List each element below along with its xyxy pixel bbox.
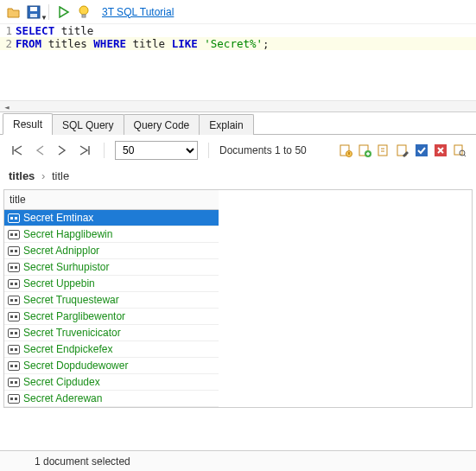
add-doc-icon[interactable] bbox=[357, 143, 372, 158]
delete-icon[interactable] bbox=[433, 143, 448, 158]
results-tabbar: ResultSQL QueryQuery CodeExplain bbox=[0, 112, 476, 135]
table-row[interactable]: Secret Emtinax bbox=[4, 210, 219, 226]
page-size-select-wrap: 50 bbox=[115, 141, 198, 160]
svg-point-3 bbox=[79, 6, 88, 15]
document-icon bbox=[8, 230, 20, 239]
table-row[interactable]: Secret Truquestewar bbox=[4, 292, 219, 309]
cell-value: Secret Truquestewar bbox=[23, 294, 119, 306]
lock-doc-icon[interactable] bbox=[338, 143, 353, 158]
cell-value: Secret Parglibewentor bbox=[23, 310, 125, 322]
table-row[interactable]: Secret Aderewan bbox=[4, 391, 219, 407]
breadcrumb-leaf: title bbox=[52, 169, 69, 182]
table-row[interactable]: Secret Cipdudex bbox=[4, 374, 219, 391]
cell-value: Secret Cipdudex bbox=[23, 376, 100, 388]
table-row[interactable]: Secret Hapglibewin bbox=[4, 226, 219, 243]
cell-value: Secret Truvenicicator bbox=[23, 327, 121, 339]
nav-separator-2 bbox=[208, 143, 209, 158]
toolbar-separator bbox=[48, 4, 49, 20]
svg-rect-10 bbox=[378, 145, 387, 156]
svg-rect-7 bbox=[348, 152, 350, 155]
document-icon bbox=[8, 328, 20, 338]
table-row[interactable]: Secret Uppebin bbox=[4, 276, 219, 292]
document-icon bbox=[8, 378, 20, 387]
tab-result[interactable]: Result bbox=[3, 113, 53, 135]
cell-value: Secret Hapglibewin bbox=[23, 228, 112, 240]
tab-sql-query[interactable]: SQL Query bbox=[52, 114, 124, 135]
view-doc-icon[interactable] bbox=[376, 143, 391, 158]
table-row[interactable]: Secret Parglibewentor bbox=[4, 309, 219, 325]
cell-value: Secret Uppebin bbox=[23, 277, 95, 290]
lightbulb-button[interactable] bbox=[75, 3, 92, 21]
line-code[interactable]: FROM titles WHERE title LIKE 'Secret%'; bbox=[16, 37, 476, 50]
svg-rect-1 bbox=[30, 7, 37, 11]
scroll-left-arrow[interactable]: ◄ bbox=[0, 102, 14, 112]
status-text: 1 document selected bbox=[35, 455, 130, 468]
nav-separator bbox=[104, 143, 105, 158]
edit-doc-icon[interactable] bbox=[395, 143, 410, 158]
save-button[interactable]: ▼ bbox=[25, 3, 42, 21]
check-icon[interactable] bbox=[414, 143, 429, 158]
cell-value: Secret Dopdudewower bbox=[23, 360, 128, 372]
breadcrumb: titles › title bbox=[0, 166, 476, 189]
documents-range-label: Documents 1 to 50 bbox=[219, 144, 307, 156]
search-doc-icon[interactable] bbox=[452, 143, 467, 158]
status-bar: 1 document selected bbox=[0, 450, 476, 471]
editor-horizontal-scrollbar[interactable]: ◄ bbox=[0, 100, 476, 112]
breadcrumb-separator-icon: › bbox=[41, 169, 45, 182]
table-row[interactable]: Secret Adnipplor bbox=[4, 243, 219, 259]
svg-rect-4 bbox=[82, 15, 86, 17]
tutorial-link[interactable]: 3T SQL Tutorial bbox=[102, 6, 174, 18]
navigation-row: 50 Documents 1 to 50 bbox=[0, 135, 476, 166]
breadcrumb-root[interactable]: titles bbox=[9, 169, 35, 182]
document-icon bbox=[8, 361, 20, 371]
table-row[interactable]: Secret Dopdudewower bbox=[4, 358, 219, 374]
table-row[interactable]: Secret Truvenicicator bbox=[4, 325, 219, 341]
table-row[interactable]: Secret Surhupistor bbox=[4, 259, 219, 276]
nav-next-button[interactable] bbox=[54, 142, 71, 159]
document-icon bbox=[8, 296, 20, 305]
document-icon bbox=[8, 246, 20, 256]
nav-first-button[interactable] bbox=[9, 142, 26, 159]
open-folder-button[interactable] bbox=[5, 3, 22, 21]
document-icon bbox=[8, 279, 20, 289]
cell-value: Secret Adnipplor bbox=[23, 245, 99, 257]
editor-line[interactable]: 1SELECT title bbox=[0, 24, 476, 37]
action-icons bbox=[338, 143, 467, 158]
cell-value: Secret Surhupistor bbox=[23, 261, 109, 273]
tab-explain[interactable]: Explain bbox=[199, 114, 253, 135]
nav-prev-button[interactable] bbox=[31, 142, 48, 159]
document-icon bbox=[8, 312, 20, 321]
column-header-title[interactable]: title bbox=[4, 190, 219, 210]
line-code[interactable]: SELECT title bbox=[16, 24, 476, 37]
line-number: 2 bbox=[0, 37, 16, 50]
svg-rect-14 bbox=[454, 145, 462, 155]
sql-editor[interactable]: 1SELECT title2FROM titles WHERE title LI… bbox=[0, 24, 476, 112]
page-size-select[interactable]: 50 bbox=[115, 141, 198, 160]
main-toolbar: ▼ 3T SQL Tutorial bbox=[0, 0, 476, 24]
nav-last-button[interactable] bbox=[76, 142, 93, 159]
editor-line[interactable]: 2FROM titles WHERE title LIKE 'Secret%'; bbox=[0, 37, 476, 50]
cell-value: Secret Aderewan bbox=[23, 392, 102, 404]
cell-value: Secret Endpickefex bbox=[23, 343, 112, 355]
svg-rect-12 bbox=[416, 144, 428, 156]
document-icon bbox=[8, 213, 20, 223]
tab-query-code[interactable]: Query Code bbox=[124, 114, 200, 135]
line-number: 1 bbox=[0, 24, 16, 37]
svg-rect-2 bbox=[30, 14, 37, 17]
document-icon bbox=[8, 345, 20, 354]
results-grid: title Secret EmtinaxSecret HapglibewinSe… bbox=[3, 189, 473, 408]
document-icon bbox=[8, 394, 20, 404]
cell-value: Secret Emtinax bbox=[23, 212, 93, 224]
run-button[interactable] bbox=[55, 3, 73, 21]
table-row[interactable]: Secret Endpickefex bbox=[4, 341, 219, 358]
document-icon bbox=[8, 263, 20, 272]
